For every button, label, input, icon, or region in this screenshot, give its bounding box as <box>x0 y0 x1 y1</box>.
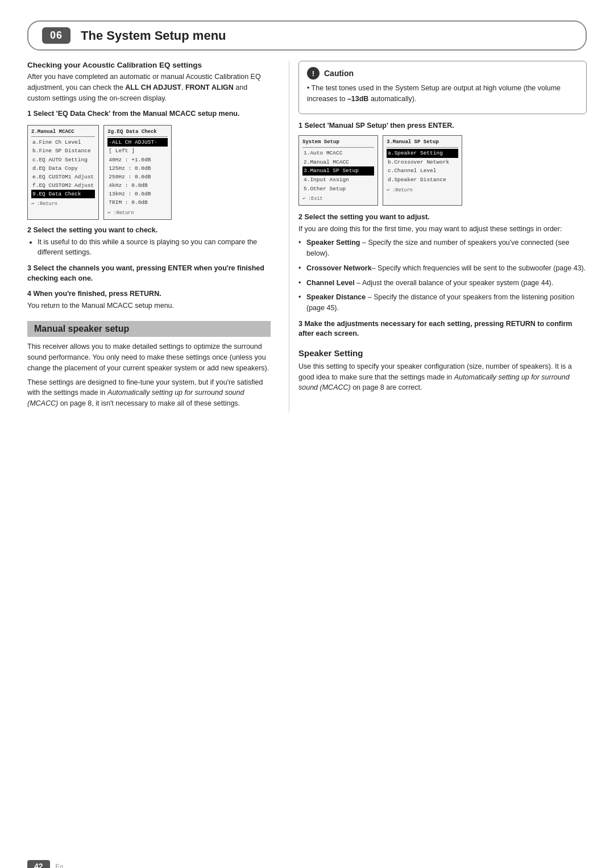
screen-right-return: ↩ :Return <box>107 210 168 218</box>
screen-right-item: 250Hz : 0.0dB <box>107 173 168 181</box>
screen-left-return: ↩ :Return <box>31 201 95 208</box>
bullet-channel-level: Channel Level – Adjust the overall balan… <box>298 278 587 289</box>
screen-manual-sp-title: 3.Manual SP Setup <box>387 138 458 148</box>
bullet-speaker-distance: Speaker Distance – Specify the distance … <box>298 292 587 314</box>
screen-right-item: 125Hz : 0.0dB <box>107 164 168 173</box>
eq-check-heading: Checking your Acoustic Calibration EQ se… <box>27 61 271 69</box>
sb-item: 1.Auto MCACC <box>302 149 374 158</box>
screen-left-item: f.EQ CUSTOM2 Adjust <box>31 181 95 190</box>
caution-title: ! Caution <box>307 67 578 80</box>
bullet-speaker-setting: Speaker Setting – Specify the size and n… <box>298 237 587 259</box>
right-step2-intro: If you are doing this for the first time… <box>298 224 587 235</box>
caution-body: • The test tones used in the System Setu… <box>307 83 578 105</box>
sb-item-selected: 3.Manual SP Setup <box>302 166 374 176</box>
screen-left-item: c.EQ AUTO Setting <box>31 156 95 164</box>
screen-right-item: 4kHz : 0.0dB <box>107 181 168 190</box>
screen-right-item: 13kHz : 0.0dB <box>107 190 168 198</box>
screen-right-item: 40Hz : +1.0dB <box>107 156 168 164</box>
footer: 42 En <box>27 860 63 868</box>
caution-box: ! Caution • The test tones used in the S… <box>298 61 587 114</box>
speaker-setting-title: Speaker Setting <box>298 348 587 358</box>
manual-setup-body1: This receiver allows you to make detaile… <box>27 341 271 373</box>
right-step3-label: 3 Make the adjustments necessary for eac… <box>298 319 587 339</box>
speaker-setting-body: Use this setting to specify your speaker… <box>298 361 587 393</box>
screen-right-item-selected: ·ALL CH ADJUST· <box>107 138 168 147</box>
screen-right-item: [ Left ] <box>107 147 168 155</box>
screen-right-title: 2g.EQ Data Check <box>107 128 168 137</box>
eq-check-body: After you have completed an automatic or… <box>27 72 271 103</box>
step4-body: You return to the Manual MCACC setup men… <box>27 301 271 311</box>
screen-right: 2g.EQ Data Check ·ALL CH ADJUST· [ Left … <box>103 125 172 220</box>
sb-item: 2.Manual MCACC <box>302 158 374 167</box>
two-column-layout: Checking your Acoustic Calibration EQ se… <box>0 51 614 412</box>
screen-left: 2.Manual MCACC a.Fine Ch Level b.Fine SP… <box>27 125 99 220</box>
right-step2-label: 2 Select the setting you want to adjust. <box>298 212 587 223</box>
screen-system-setup: System Setup 1.Auto MCACC 2.Manual MCACC… <box>298 135 378 206</box>
right-step1-label: 1 Select 'Manual SP Setup' then press EN… <box>298 121 587 131</box>
sb-item: 5.Other Setup <box>302 185 374 194</box>
screen-left-item: a.Fine Ch Level <box>31 138 95 147</box>
step4-label: 4 When you're finished, press RETURN. <box>27 289 271 299</box>
screen-left-item: b.Fine SP Distance <box>31 147 95 155</box>
step2-body: It is useful to do this while a source i… <box>27 237 271 258</box>
step1-label: 1 Select 'EQ Data Check' from the Manual… <box>27 109 271 119</box>
right-column: ! Caution • The test tones used in the S… <box>289 61 587 412</box>
caution-icon: ! <box>307 67 320 80</box>
sb-item: d.Speaker Distance <box>387 176 458 185</box>
screen-right-item: TRIM : 0.0dB <box>107 198 168 207</box>
sb-footer: ↩ :Return <box>387 186 458 194</box>
screen-left-title: 2.Manual MCACC <box>31 128 95 137</box>
bullet-crossover-network: Crossover Network– Specify which frequen… <box>298 263 587 274</box>
footer-language: En <box>56 863 63 868</box>
screen-system-title: System Setup <box>302 138 374 148</box>
screen-left-item: e.EQ CUSTOM1 Adjust <box>31 173 95 181</box>
step2-bullet: It is useful to do this while a source i… <box>38 237 271 258</box>
sb-item: b.Crossover Network <box>387 158 458 167</box>
step3-label: 3 Select the channels you want, pressing… <box>27 264 271 283</box>
screen-left-item-selected: 9.EQ Data Check <box>31 190 95 198</box>
screen-left-item: d.EQ Data Copy <box>31 164 95 173</box>
sb-item: c.Channel Level <box>387 166 458 176</box>
sb-footer: ↩ :Exit <box>302 195 374 203</box>
screen-pair-step1: System Setup 1.Auto MCACC 2.Manual MCACC… <box>298 135 587 206</box>
page-container: 06 The System Setup menu Checking your A… <box>0 20 614 868</box>
manual-setup-body2: These settings are designed to fine-tune… <box>27 377 271 409</box>
header-title: The System Setup menu <box>81 28 226 43</box>
sb-item-selected: a.Speaker Setting <box>387 149 458 158</box>
sb-item: 4.Input Assign <box>302 176 374 185</box>
left-column: Checking your Acoustic Calibration EQ se… <box>27 61 289 412</box>
screen-row-step1: 2.Manual MCACC a.Fine Ch Level b.Fine SP… <box>27 125 271 220</box>
page-number: 42 <box>27 860 50 868</box>
step2-label: 2 Select the setting you want to check. <box>27 226 271 236</box>
header-bar: 06 The System Setup menu <box>27 20 587 51</box>
manual-setup-header: Manual speaker setup <box>27 321 271 337</box>
header-number: 06 <box>42 27 70 44</box>
screen-manual-sp: 3.Manual SP Setup a.Speaker Setting b.Cr… <box>383 135 462 206</box>
